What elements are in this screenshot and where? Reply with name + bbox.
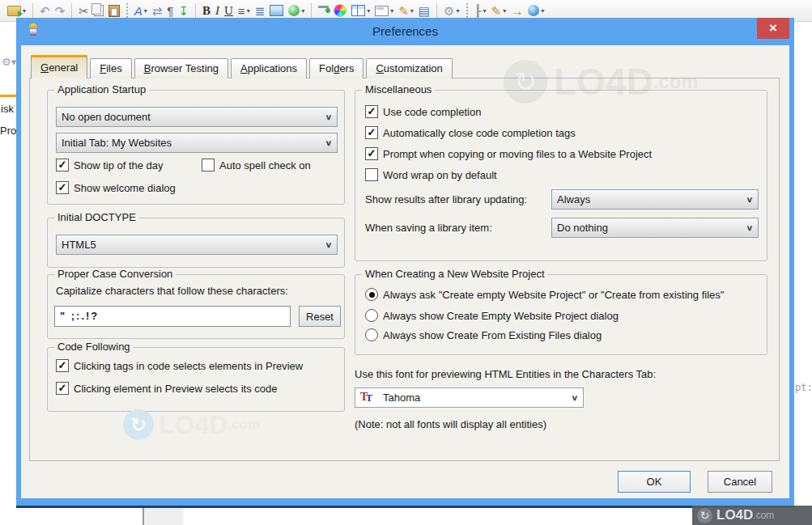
tab-applications[interactable]: Applications bbox=[231, 58, 307, 78]
chevron-down-icon: ∨ bbox=[567, 393, 583, 402]
checkbox-clicking-element[interactable]: Clicking element in Preview selects its … bbox=[56, 382, 277, 395]
horizontal-rule-icon[interactable] bbox=[316, 2, 331, 19]
undo-icon[interactable]: ↶ bbox=[37, 2, 53, 19]
background-code-text: pt: bbox=[795, 382, 812, 393]
checkbox-label: Clicking element in Preview selects its … bbox=[74, 383, 277, 395]
dropdown-arrow-icon: ▾ bbox=[247, 7, 250, 15]
font-icon[interactable]: A▾ bbox=[132, 2, 150, 19]
checkbox-box bbox=[365, 147, 378, 160]
font-type-icon: TT bbox=[360, 392, 375, 404]
close-button[interactable]: × bbox=[757, 18, 789, 39]
checkbox-word-wrap[interactable]: Word wrap on by default bbox=[365, 168, 497, 181]
toolbar-separator bbox=[195, 3, 196, 18]
doctype-combo[interactable]: HTML5∨ bbox=[56, 235, 338, 255]
checkbox-welcome-dialog[interactable]: Show welcome dialog bbox=[56, 181, 176, 194]
group-caption: When Creating a New Website Project bbox=[362, 268, 548, 280]
checkbox-label: Clicking tags in code selects elements i… bbox=[74, 360, 303, 372]
radio-show-empty[interactable]: Always show Create Empty Website Project… bbox=[365, 309, 619, 322]
cut-icon[interactable]: ✂ bbox=[76, 2, 91, 19]
align-icon[interactable]: ≡▾ bbox=[236, 2, 253, 19]
page-edit-icon[interactable]: ✎▾ bbox=[489, 2, 509, 19]
list-icon[interactable]: ≣ bbox=[253, 2, 268, 19]
browser-globe-icon[interactable]: ▾ bbox=[525, 2, 546, 19]
color-wheel-icon[interactable] bbox=[331, 2, 349, 19]
copy-icon[interactable] bbox=[91, 2, 106, 19]
checkbox-prompt-copy[interactable]: Prompt when copying or moving files to a… bbox=[365, 147, 652, 160]
tab-folders[interactable]: Folders bbox=[309, 58, 363, 78]
tab-files[interactable]: Files bbox=[90, 58, 131, 78]
library-updating-label: Show results after library updating: bbox=[365, 193, 527, 205]
toolbar-separator bbox=[466, 3, 468, 18]
general-tab-page: Application Startup No open document∨ In… bbox=[29, 78, 780, 461]
checkbox-box bbox=[56, 181, 69, 194]
tab-general[interactable]: General bbox=[31, 55, 87, 78]
watermark-badge: ↻ LO4D.com bbox=[692, 506, 812, 525]
group-caption: Initial DOCTYPE bbox=[54, 211, 139, 223]
preview-globe-icon[interactable]: ▾ bbox=[286, 2, 307, 19]
radio-dot bbox=[365, 328, 378, 341]
find-replace-icon[interactable]: ⇄ bbox=[150, 2, 165, 19]
background-box bbox=[144, 508, 183, 525]
bold-icon[interactable]: B bbox=[200, 2, 213, 19]
watermark-logo-icon: ↻ bbox=[697, 508, 712, 523]
ok-button[interactable]: OK bbox=[618, 471, 691, 493]
open-file-icon[interactable]: ▾ bbox=[5, 2, 28, 19]
checkbox-box bbox=[202, 159, 215, 171]
group-initial-doctype: Initial DOCTYPE HTML5∨ bbox=[47, 218, 345, 268]
background-tab-disk[interactable]: isk bbox=[1, 103, 14, 115]
tab-browser-testing[interactable]: Browser Testing bbox=[134, 58, 228, 78]
tab-strip: General Files Browser Testing Applicatio… bbox=[31, 55, 455, 78]
dropdown-arrow-icon: ▾ bbox=[410, 7, 414, 15]
initial-tab-combo[interactable]: Initial Tab: My Websites∨ bbox=[56, 133, 338, 153]
italic-icon[interactable]: I bbox=[213, 2, 222, 19]
import-icon[interactable]: ↧ bbox=[176, 2, 191, 19]
paste-icon[interactable] bbox=[106, 2, 122, 19]
checkbox-close-tags[interactable]: Automatically close code completion tags bbox=[365, 126, 576, 139]
underline-icon[interactable]: U bbox=[222, 2, 236, 19]
radio-show-existing[interactable]: Always show Create From Existing Files d… bbox=[365, 328, 602, 341]
active-tab-accent bbox=[0, 95, 16, 97]
image-icon[interactable] bbox=[267, 2, 286, 19]
dropdown-arrow-icon: ▾ bbox=[301, 7, 304, 15]
redo-icon[interactable]: ↷ bbox=[53, 2, 68, 19]
entities-font-note: (Note: not all fonts will display all en… bbox=[355, 418, 546, 430]
export-icon[interactable]: → bbox=[508, 2, 525, 19]
checkbox-clicking-tags[interactable]: Clicking tags in code selects elements i… bbox=[56, 359, 303, 372]
checkbox-show-tip[interactable]: Show tip of the day bbox=[56, 159, 164, 171]
checkbox-auto-spell[interactable]: Auto spell check on bbox=[202, 159, 311, 171]
radio-dot bbox=[365, 288, 378, 301]
checkbox-code-completion[interactable]: Use code completion bbox=[365, 105, 481, 118]
saving-library-combo[interactable]: Do nothing∨ bbox=[551, 218, 759, 238]
pilcrow-icon[interactable]: ¶ bbox=[164, 2, 176, 19]
group-miscellaneous: Miscellaneous Use code completion Automa… bbox=[355, 90, 767, 261]
dropdown-arrow-icon: ▾ bbox=[390, 7, 393, 15]
proper-case-input[interactable]: " ;:.!? bbox=[54, 306, 291, 327]
entities-font-combo[interactable]: TT Tahoma ∨ bbox=[355, 387, 584, 408]
checkbox-box bbox=[365, 126, 378, 139]
library-updating-combo[interactable]: Always∨ bbox=[551, 189, 759, 210]
checkbox-box bbox=[365, 105, 378, 118]
tools-icon[interactable]: ⚙▾ bbox=[2, 56, 16, 68]
chevron-down-icon: ∨ bbox=[742, 223, 758, 232]
proper-case-caption: Capitalize characters that follow these … bbox=[56, 285, 288, 297]
saving-library-label: When saving a library item: bbox=[365, 222, 492, 234]
tree-icon[interactable]: ┠▾ bbox=[472, 2, 489, 19]
startup-document-combo[interactable]: No open document∨ bbox=[56, 107, 338, 127]
settings-gear-icon[interactable]: ⚙▾ bbox=[441, 2, 461, 19]
group-caption: Code Following bbox=[54, 341, 134, 353]
entities-font-label: Use this font for previewing HTML Entiti… bbox=[355, 368, 656, 380]
radio-always-ask[interactable]: Always ask "Create empty Website Project… bbox=[365, 288, 724, 301]
chevron-down-icon: ∨ bbox=[321, 112, 337, 121]
dropdown-arrow-icon: ▾ bbox=[541, 7, 544, 15]
checkbox-box bbox=[56, 359, 69, 372]
reset-button[interactable]: Reset bbox=[299, 306, 341, 327]
form-icon[interactable]: ▾ bbox=[372, 2, 396, 19]
cancel-button[interactable]: Cancel bbox=[708, 471, 772, 493]
dialog-titlebar[interactable]: Preferences bbox=[16, 18, 794, 45]
tab-customization[interactable]: Customization bbox=[366, 58, 452, 78]
edit-icon[interactable]: ✎▾ bbox=[396, 2, 416, 19]
snippets-icon[interactable]: ▤ bbox=[416, 2, 432, 19]
table-icon[interactable]: ▾ bbox=[349, 2, 372, 19]
group-caption: Miscellaneous bbox=[362, 83, 435, 95]
checkbox-label: Word wrap on by default bbox=[383, 169, 497, 181]
